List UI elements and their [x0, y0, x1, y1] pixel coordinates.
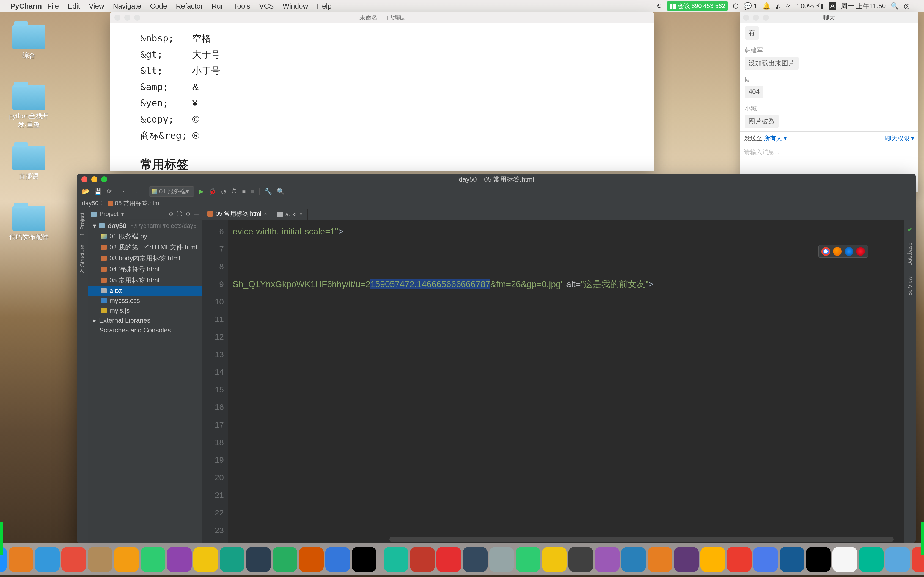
wrench-icon[interactable]: 🔧 [265, 188, 272, 195]
menu-window[interactable]: Window [283, 2, 308, 10]
tree-file[interactable]: 04 特殊符号.html [88, 264, 202, 275]
dock-app-activity[interactable] [384, 547, 409, 572]
dock-app-map[interactable] [246, 547, 271, 572]
opera-icon[interactable] [856, 247, 865, 256]
dock-app-notes[interactable] [193, 547, 218, 572]
dock-app-paper[interactable] [780, 547, 804, 572]
dock-app-drawio[interactable] [885, 547, 910, 572]
dock-app-contacts[interactable] [88, 547, 113, 572]
input-source-icon[interactable]: A [829, 2, 836, 10]
undo-icon[interactable]: ← [122, 188, 128, 195]
preview-titlebar[interactable]: 未命名 — 已编辑 [110, 12, 654, 23]
chrome-icon[interactable] [821, 247, 830, 256]
dock-app-video[interactable] [463, 547, 488, 572]
close-icon[interactable] [115, 15, 120, 21]
tree-file[interactable]: 03 body内常用标签.html [88, 253, 202, 264]
firefox-icon[interactable] [833, 247, 842, 256]
send-to-select[interactable]: 所有人 ▾ [764, 135, 787, 142]
dock-app-calendar[interactable] [61, 547, 86, 572]
minimize-icon[interactable] [753, 15, 759, 21]
chat-titlebar[interactable]: 聊天 [740, 12, 919, 23]
dock-app-mail[interactable] [35, 547, 60, 572]
project-tool-tab[interactable]: 1: Project [79, 211, 86, 237]
redo-icon[interactable]: → [133, 188, 139, 195]
profile-icon[interactable]: ⏱ [231, 188, 237, 195]
tree-file[interactable]: mycss.css [88, 296, 202, 306]
breadcrumb-segment[interactable]: day50 [82, 200, 99, 207]
debug-button[interactable]: 🐞 [209, 188, 216, 195]
tree-file[interactable]: a.txt [88, 286, 202, 296]
reload-icon[interactable]: ⟳ [107, 188, 111, 195]
dock-app-zoom[interactable] [806, 547, 831, 572]
tree-scratches[interactable]: Scratches and Consoles [88, 325, 202, 335]
close-icon[interactable] [81, 176, 87, 182]
open-icon[interactable]: 📂 [82, 188, 89, 195]
search-icon[interactable]: 🔍 [277, 188, 284, 195]
hide-icon[interactable]: — [194, 211, 199, 218]
notification-center-icon[interactable]: ≡ [915, 2, 919, 10]
control-center-icon[interactable]: ◎ [904, 2, 910, 10]
sync-icon[interactable]: ↻ [656, 2, 662, 10]
dock-app-reminders[interactable] [114, 547, 139, 572]
dock-app-thunder[interactable] [648, 547, 672, 572]
safari-icon[interactable] [845, 247, 853, 256]
desktop-folder[interactable]: python全栈开发-重整 [5, 85, 52, 129]
menu-help[interactable]: Help [317, 2, 331, 10]
battery-status[interactable]: 100% ⚡︎▮ [797, 2, 824, 10]
dock-app-messages[interactable] [141, 547, 165, 572]
close-tab-icon[interactable]: × [299, 211, 302, 218]
dock-app-terminal[interactable] [753, 547, 778, 572]
dock-app-dingtalk[interactable] [621, 547, 646, 572]
stop-button[interactable]: ■ [250, 188, 254, 195]
run-config-select[interactable]: 01 服务端 ▾ [149, 186, 194, 197]
maximize-icon[interactable] [763, 15, 769, 21]
menu-code[interactable]: Code [150, 2, 167, 10]
close-tab-icon[interactable]: × [264, 211, 267, 217]
dock-app-youku[interactable] [436, 547, 461, 572]
menu-tools[interactable]: Tools [234, 2, 250, 10]
wechat-status[interactable]: 💬 1 [744, 2, 758, 10]
structure-tool-tab[interactable]: 2: Structure [79, 243, 86, 274]
menu-run[interactable]: Run [212, 2, 225, 10]
dock-app-chrome[interactable] [859, 547, 884, 572]
bell-icon[interactable]: 🔔 [762, 2, 771, 10]
mountain-icon[interactable]: ◭ [775, 2, 780, 10]
expand-all-icon[interactable]: ⛶ [177, 211, 183, 218]
tree-file[interactable]: myjs.js [88, 306, 202, 316]
clock[interactable]: 周一 上午11:50 [841, 2, 886, 10]
dock-app-podcast[interactable] [167, 547, 192, 572]
run-button[interactable]: ▶ [199, 188, 204, 195]
dock-app-postgres[interactable] [727, 547, 751, 572]
menu-edit[interactable]: Edit [68, 2, 80, 10]
menu-view[interactable]: View [89, 2, 104, 10]
meeting-badge[interactable]: ▮▮ 会议 890 453 562 [667, 2, 728, 11]
spotlight-icon[interactable]: 🔍 [891, 2, 899, 10]
project-tree[interactable]: ▾ day50~/PycharmProjects/day5 01 服务端.py0… [88, 219, 202, 337]
editor[interactable]: 67891011121314151617181920212223 evice-w… [202, 220, 916, 543]
inspection-ok-icon[interactable]: ✔ [907, 226, 913, 234]
project-panel-title[interactable]: Project [100, 211, 118, 218]
close-icon[interactable] [743, 15, 749, 21]
dock-app-iterm[interactable] [352, 547, 376, 572]
chat-input[interactable]: 请输入消息... [740, 145, 919, 159]
chat-traffic-lights[interactable] [743, 15, 769, 21]
desktop-folder[interactable]: 代码发布配件 [5, 206, 52, 241]
chat-permission-link[interactable]: 聊天权限 ▾ [885, 134, 914, 143]
dock-app-wps[interactable] [674, 547, 699, 572]
tree-external-libs[interactable]: ▸ External Libraries [88, 316, 202, 325]
window-traffic-lights[interactable] [115, 15, 140, 21]
dock-app-music[interactable] [410, 547, 435, 572]
tree-file[interactable]: 05 常用标签.html [88, 275, 202, 286]
wifi-icon[interactable]: ᯤ [785, 2, 792, 10]
dock-app-wechat-work[interactable] [220, 547, 244, 572]
desktop-folder[interactable]: 直播课 [5, 146, 52, 181]
dock-app-snip[interactable] [832, 547, 857, 572]
code-area[interactable]: evice-width, initial-scale=1"> Sh_Q1YnxG… [228, 220, 904, 543]
desktop-folder[interactable]: 综合 [5, 25, 52, 60]
breadcrumb-segment[interactable]: 05 常用标签.html [115, 199, 161, 208]
hexagon-icon[interactable]: ⬡ [733, 2, 739, 10]
dock-app-vscode[interactable] [325, 547, 350, 572]
dock-app-keynote[interactable] [299, 547, 324, 572]
dock-app-tencent[interactable] [515, 547, 540, 572]
database-tool-tab[interactable]: Database [907, 241, 913, 268]
